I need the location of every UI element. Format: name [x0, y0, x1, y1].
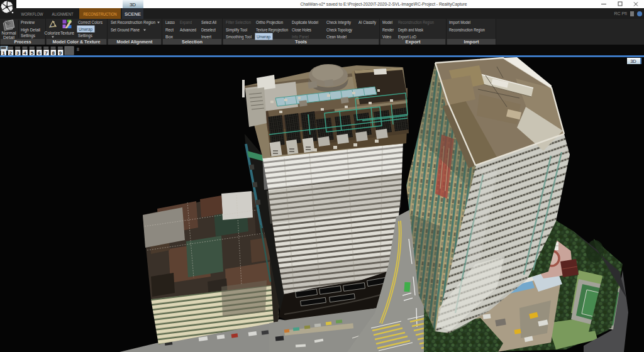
svg-text:1: 1	[2, 50, 5, 56]
svg-text:Rect: Rect	[165, 28, 174, 32]
svg-text:Clean Model: Clean Model	[326, 35, 347, 39]
svg-text:AI Classify: AI Classify	[358, 20, 376, 25]
svg-text:Model Color & Texture: Model Color & Texture	[53, 40, 101, 44]
svg-text:Render: Render	[382, 28, 394, 32]
svg-text:Box: Box	[165, 35, 173, 39]
svg-text:Unwrap: Unwrap	[79, 27, 92, 32]
svg-text:4: 4	[23, 50, 26, 56]
svg-text:Texture Reprojection: Texture Reprojection	[256, 28, 288, 33]
svg-text:Model: Model	[382, 20, 392, 25]
svg-text:WORKFLOW: WORKFLOW	[21, 12, 43, 16]
svg-text:3D: 3D	[130, 2, 136, 8]
svg-text:Unwrap: Unwrap	[257, 35, 270, 40]
svg-text:ALIGNMENT: ALIGNMENT	[52, 12, 74, 16]
svg-text:Reconstruction Region: Reconstruction Region	[449, 28, 485, 33]
svg-text:Depth and Mask: Depth and Mask	[398, 28, 423, 33]
svg-text:Correct Colors: Correct Colors	[78, 20, 103, 25]
svg-text:Process: Process	[14, 40, 31, 44]
svg-text:Check Topology: Check Topology	[326, 28, 352, 33]
svg-text:5: 5	[31, 50, 34, 56]
svg-text:3D: 3D	[630, 58, 636, 64]
svg-text:Expand: Expand	[180, 20, 192, 25]
svg-text:Texture: Texture	[60, 31, 74, 35]
svg-text:ChaiWan-v2* saved to E:\Projec: ChaiWan-v2* saved to E:\Project-2020\T-2…	[301, 1, 467, 7]
svg-text:Set Reconstruction Region: Set Reconstruction Region	[111, 20, 155, 25]
svg-text:8: 8	[52, 50, 55, 56]
svg-text:Simplify Tool: Simplify Tool	[226, 28, 247, 33]
svg-text:Export: Export	[406, 40, 421, 45]
svg-text:Deselect: Deselect	[201, 28, 216, 32]
svg-text:6: 6	[38, 50, 41, 56]
svg-text:Settings: Settings	[21, 33, 35, 38]
svg-text:Import Model: Import Model	[449, 20, 470, 25]
svg-text:Colorize: Colorize	[45, 31, 60, 35]
svg-text:High Detail: High Detail	[21, 28, 40, 33]
svg-text:Video: Video	[382, 35, 391, 39]
svg-text:9: 9	[59, 50, 62, 56]
svg-text:3: 3	[16, 50, 19, 56]
svg-text:Detail: Detail	[3, 35, 14, 40]
svg-text:Info Panel: Info Panel	[292, 35, 309, 39]
svg-text:Import: Import	[464, 40, 480, 45]
svg-text:Selection: Selection	[182, 40, 203, 44]
svg-text:Select All: Select All	[201, 20, 216, 25]
svg-text:Smoothing Tool: Smoothing Tool	[226, 35, 252, 40]
svg-text:Advanced: Advanced	[180, 28, 196, 32]
svg-text:2: 2	[9, 50, 13, 56]
svg-text:RECONSTRUCTION: RECONSTRUCTION	[84, 12, 117, 16]
svg-text:Lasso: Lasso	[165, 20, 175, 25]
svg-text:Close Holes: Close Holes	[292, 28, 311, 32]
svg-text:Settings: Settings	[78, 33, 92, 38]
svg-text:Model Alignment: Model Alignment	[117, 40, 153, 45]
svg-text:Export LoD: Export LoD	[398, 35, 416, 40]
svg-text:Normal: Normal	[2, 31, 16, 35]
svg-text:Preview: Preview	[21, 20, 35, 25]
svg-text:SCENE: SCENE	[125, 12, 142, 16]
svg-text:Duplicate Model: Duplicate Model	[292, 20, 318, 25]
svg-text:8: 8	[77, 47, 79, 52]
svg-text:Check Integrity: Check Integrity	[326, 20, 351, 25]
svg-text:Filter Selection: Filter Selection	[226, 20, 251, 25]
svg-text:Ortho Projection: Ortho Projection	[256, 20, 283, 25]
svg-text:Reconstruction Region: Reconstruction Region	[398, 20, 434, 25]
svg-text:7: 7	[45, 50, 48, 56]
svg-text:RC PfI: RC PfI	[614, 11, 627, 16]
svg-text:Set Ground Plane: Set Ground Plane	[111, 28, 140, 32]
svg-text:Tools: Tools	[295, 40, 307, 44]
svg-text:Invert: Invert	[201, 35, 211, 39]
